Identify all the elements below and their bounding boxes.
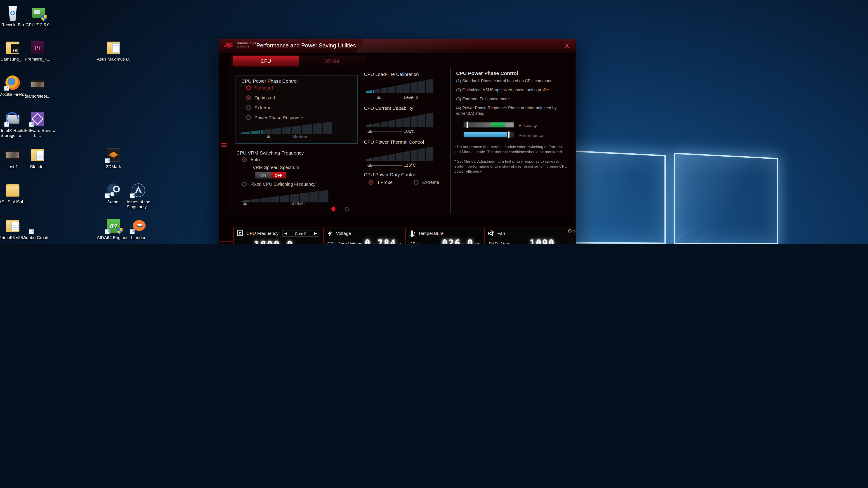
performance-label: Performance	[519, 133, 543, 138]
window-titlebar[interactable]: REPUBLIC OF GAMERS Performance and Power…	[219, 39, 576, 53]
page-dot[interactable]	[344, 207, 349, 211]
panel-title: Temperature	[418, 231, 443, 236]
desktop-icon[interactable]: ↗ ASUS_AISui...	[0, 183, 31, 204]
menu-icon[interactable]	[221, 143, 227, 148]
core-selector[interactable]: ◀ Core 0 ▶	[282, 230, 319, 237]
desktop-icon[interactable]: ↗ Asus Maximus IX	[95, 40, 131, 61]
window-title: Performance and Power Saving Utilities	[256, 42, 356, 49]
slider-thumb[interactable]	[243, 202, 247, 205]
phase-slider[interactable]: Medium	[241, 134, 333, 140]
shortcut-arrow-icon: ↗	[4, 122, 9, 127]
shortcut-arrow-icon: ↗	[130, 193, 135, 198]
rog-brand-text: REPUBLIC OF GAMERS	[237, 42, 256, 48]
slider-value: Level 2	[404, 95, 418, 100]
desktop-icon[interactable]: ↗ Blender	[20, 147, 56, 169]
desktop-icon[interactable]: ↗ tearsofsteel...	[20, 77, 56, 98]
slider-thumb[interactable]	[368, 164, 372, 167]
fan-main-value: 1090rpm	[530, 238, 563, 244]
desktop-icon-label: Premiere_P...	[20, 57, 56, 61]
slider-value: 500kHz	[290, 201, 306, 206]
group-title: CPU Power Phase Control	[241, 78, 298, 84]
windows-hero-logo	[556, 147, 780, 244]
desktop-icon[interactable]: ↗ GPU-Z.2.5.0	[20, 5, 56, 27]
desktop-icon-image: ↗	[5, 147, 20, 163]
page-dot-active[interactable]	[331, 206, 336, 212]
desktop-icon-image: ↗	[30, 77, 45, 92]
slider-thumb[interactable]	[377, 96, 381, 99]
desktop-icon-image: ↗	[5, 183, 20, 198]
vrm-spread-spectrum-label: VRM Spread Spectrum	[253, 165, 299, 170]
section-title: CPU Current Capability	[364, 105, 413, 111]
slider-value: 100%	[404, 129, 415, 134]
tab-dram[interactable]: DRAM	[299, 56, 365, 66]
info-p1: (1) Standard: Phase control based on CPU…	[456, 78, 566, 84]
desktop-icon[interactable]: ↗ blender	[120, 218, 156, 240]
capability-slider[interactable]: 100%	[366, 129, 434, 134]
voltage-main-value: 0.784V	[365, 238, 401, 244]
radio-dot	[242, 182, 247, 187]
desktop-icon-image: ↗	[5, 218, 20, 234]
desktop-icon[interactable]: ↗ Adobe Creati...	[20, 218, 56, 240]
radio-dot	[414, 180, 418, 185]
desktop-icon-image: ↗	[106, 40, 121, 55]
vrm-slider[interactable]: 500kHz	[241, 201, 329, 206]
toggle-on[interactable]: ON	[255, 172, 271, 178]
vrm-spread-toggle[interactable]: ON OFF	[255, 172, 286, 178]
radio-extreme[interactable]: Extreme	[246, 105, 271, 110]
capability-step-graph	[366, 112, 434, 127]
monitor-strip: CPU Frequency ◀ Core 0 ▶ 1800.0MHz 100.0…	[233, 227, 576, 244]
desktop-icon-image: ↗	[106, 147, 121, 163]
desktop-icon[interactable]: ↗ Premiere_P...	[20, 40, 56, 61]
desktop-icon-image: ↗	[131, 183, 146, 198]
desktop-icon-image: ↗	[131, 218, 146, 234]
desktop-icon[interactable]: ↗ SiSoftware Sandra Li...	[20, 111, 56, 138]
radio-power-phase-response[interactable]: Power Phase Response	[246, 115, 303, 120]
desktop-icon[interactable]: ↗ 3DMark	[95, 147, 131, 169]
info-note2: * Set Manual Adjustment to a fast phase …	[454, 159, 568, 174]
toggle-off[interactable]: OFF	[271, 172, 286, 178]
close-icon[interactable]: X	[563, 41, 571, 50]
desktop-icon-label: tearsofsteel...	[20, 94, 56, 98]
voltage-icon	[327, 230, 333, 236]
gear-icon[interactable]: ⚙	[567, 228, 572, 234]
radio-optimized[interactable]: Optimized	[246, 95, 275, 100]
shortcut-arrow-icon: ↗	[29, 122, 34, 127]
radio-tprobe[interactable]: T.Probe	[368, 180, 393, 185]
voltage-panel: Voltage CPU Core Voltage 0.784V +12V12.2…	[324, 228, 405, 244]
desktop-icon-label: Asus Maximus IX	[95, 57, 131, 61]
window-content: CPU Power Phase Control Standard Optimiz…	[227, 67, 568, 214]
desktop-icon-label: Adobe Creati...	[20, 235, 56, 240]
radio-dot	[246, 115, 251, 120]
radio-fixed-frequency[interactable]: Fixed CPU Switching Frequency	[242, 182, 315, 187]
radio-dot	[246, 95, 251, 100]
radio-standard[interactable]: Standard	[246, 86, 273, 90]
uac-shield-icon	[41, 15, 46, 21]
slider-thumb[interactable]	[267, 135, 271, 138]
desktop-icon-label: SiSoftware Sandra Li...	[20, 128, 56, 138]
core-next-icon[interactable]: ▶	[314, 231, 317, 235]
monitor-settings[interactable]: ⚙⚙	[567, 228, 576, 244]
radio-auto[interactable]: Auto	[242, 157, 260, 162]
radio-duty-extreme[interactable]: Extreme	[414, 180, 439, 185]
desktop-icon-image: ↗	[30, 5, 45, 21]
slider-thumb[interactable]	[368, 130, 372, 133]
thermal-slider[interactable]: 115°C	[366, 163, 434, 168]
llc-slider[interactable]: Level 2	[366, 95, 434, 100]
cpu-frequency-icon	[237, 230, 243, 236]
gear-icon[interactable]: ⚙	[572, 229, 576, 234]
desktop-icon[interactable]: ↗ Ashes of the Singularity...	[120, 183, 156, 209]
voltage-main-label: CPU Core Voltage	[327, 241, 362, 244]
temperature-main-value: 026.0°C	[442, 238, 480, 244]
desktop: ↗ Recycle Bin ↗ Samsung_... ↗ Mozilla Fi	[0, 0, 868, 244]
desktop-icon-image: ↗	[5, 75, 20, 90]
shortcut-arrow-icon: ↗	[29, 229, 34, 234]
core-prev-icon[interactable]: ◀	[284, 231, 287, 235]
logo-pane	[674, 153, 778, 244]
cpu-frequency-panel: CPU Frequency ◀ Core 0 ▶ 1800.0MHz 100.0…	[234, 228, 323, 244]
tab-cpu[interactable]: CPU	[233, 56, 299, 66]
page-dots	[331, 206, 349, 212]
desktop-icon-label: ASUS_AISui...	[0, 199, 31, 204]
thermal-step-graph	[366, 147, 434, 161]
desktop-icon-image: ↗	[5, 111, 20, 127]
panel-title: Fan	[497, 231, 505, 236]
